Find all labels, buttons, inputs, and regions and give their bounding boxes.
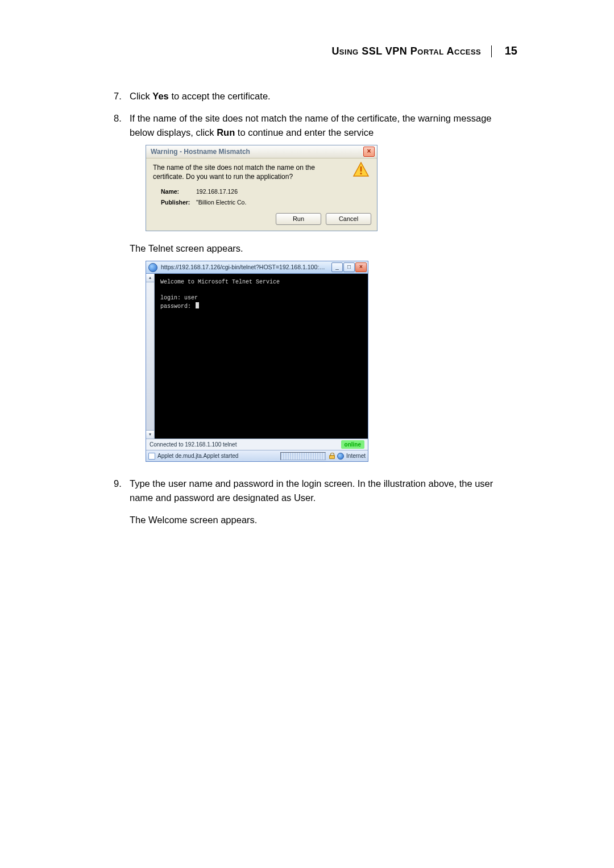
telnet-window: https://192.168.17.126/cgi-bin/telnet?HO… xyxy=(146,261,368,462)
progress-placeholder xyxy=(280,452,326,460)
field-label: Name: xyxy=(161,187,196,197)
text: to continue and enter the service xyxy=(235,127,374,137)
step-body: Click Yes to accept the certificate. xyxy=(130,89,517,107)
warning-icon xyxy=(353,162,369,177)
figure-warning-dialog: Warning - Hostname Mismatch × The name o… xyxy=(146,145,517,231)
applet-icon xyxy=(148,453,155,460)
status-left: Applet de.mud.jta.Applet started xyxy=(148,452,277,460)
step-9-followup: The Welcome screen appears. xyxy=(130,513,517,527)
dialog-buttons: Run Cancel xyxy=(146,210,377,231)
scroll-up-icon[interactable]: ▴ xyxy=(146,274,154,282)
step-7: 7. Click Yes to accept the certificate. xyxy=(114,89,517,107)
dialog-title: Warning - Hostname Mismatch xyxy=(151,147,250,157)
instruction-list: 7. Click Yes to accept the certificate. … xyxy=(114,89,517,532)
globe-icon xyxy=(337,453,344,460)
step-body: If the name of the site does not match t… xyxy=(130,111,517,473)
text: to accept the certificate. xyxy=(169,91,271,101)
lock-icon xyxy=(329,453,335,459)
document-page: Using SSL VPN Portal Access 15 7. Click … xyxy=(0,0,614,868)
field-value: "Billion Electric Co. xyxy=(196,198,246,207)
page-number: 15 xyxy=(495,44,517,57)
zone-label: Internet xyxy=(346,452,366,460)
field-publisher: Publisher: "Billion Electric Co. xyxy=(161,198,368,207)
status-bar-browser: Applet de.mud.jta.Applet started Interne… xyxy=(146,450,368,461)
cancel-button[interactable]: Cancel xyxy=(326,213,371,225)
window-buttons: _ □ × xyxy=(331,262,367,272)
step-number: 9. xyxy=(114,477,130,531)
dialog-message-row: The name of the site does not match the … xyxy=(146,158,377,183)
svg-rect-2 xyxy=(360,173,362,174)
field-label: Publisher: xyxy=(161,198,196,207)
page-header: Using SSL VPN Portal Access 15 xyxy=(114,44,517,57)
minimize-button[interactable]: _ xyxy=(331,262,343,272)
section-title: Using SSL VPN Portal Access xyxy=(331,45,492,57)
login-value: user xyxy=(184,295,198,301)
terminal-line: Welcome to Microsoft Telnet Service xyxy=(160,279,280,285)
dialog-fields: Name: 192.168.17.126 Publisher: "Billion… xyxy=(146,184,377,208)
close-button[interactable]: × xyxy=(355,262,367,272)
bold-text: Run xyxy=(217,127,235,137)
maximize-button[interactable]: □ xyxy=(343,262,355,272)
ie-icon xyxy=(148,263,157,272)
scrollbar[interactable]: ▴ ▾ xyxy=(146,274,155,439)
bold-text: Yes xyxy=(152,91,168,101)
scroll-down-icon[interactable]: ▾ xyxy=(146,430,154,439)
dialog-titlebar: Warning - Hostname Mismatch × xyxy=(146,145,377,158)
text: Type the user name and password in the l… xyxy=(130,477,517,505)
cursor-icon xyxy=(196,302,199,308)
text: Click xyxy=(130,91,152,101)
step-9: 9. Type the user name and password in th… xyxy=(114,477,517,531)
login-label: login: xyxy=(160,295,184,301)
step-body: Type the user name and password in the l… xyxy=(130,477,517,531)
step-8: 8. If the name of the site does not matc… xyxy=(114,111,517,473)
terminal-output[interactable]: Welcome to Microsoft Telnet Service logi… xyxy=(155,274,368,439)
svg-rect-1 xyxy=(360,166,362,172)
window-title: https://192.168.17.126/cgi-bin/telnet?HO… xyxy=(161,263,328,272)
close-icon[interactable]: × xyxy=(363,147,375,157)
step-8-followup: The Telnet screen appears. xyxy=(130,241,517,256)
warning-dialog: Warning - Hostname Mismatch × The name o… xyxy=(146,145,377,231)
dialog-message: The name of the site does not match the … xyxy=(153,163,347,181)
field-value: 192.168.17.126 xyxy=(196,187,238,197)
window-body: ▴ ▾ Welcome to Microsoft Telnet Service … xyxy=(146,274,368,439)
online-indicator: online xyxy=(341,440,364,449)
applet-status: Applet de.mud.jta.Applet started xyxy=(157,452,238,460)
status-bar-connection: Connected to 192.168.1.100 telnet online xyxy=(146,439,368,450)
run-button[interactable]: Run xyxy=(276,213,321,225)
figure-telnet-window: https://192.168.17.126/cgi-bin/telnet?HO… xyxy=(146,261,517,462)
step-number: 7. xyxy=(114,89,130,107)
step-number: 8. xyxy=(114,111,130,473)
password-label: password: xyxy=(160,303,194,310)
connection-status: Connected to 192.168.1.100 telnet xyxy=(150,440,237,449)
window-titlebar: https://192.168.17.126/cgi-bin/telnet?HO… xyxy=(146,261,368,274)
field-name: Name: 192.168.17.126 xyxy=(161,187,368,197)
